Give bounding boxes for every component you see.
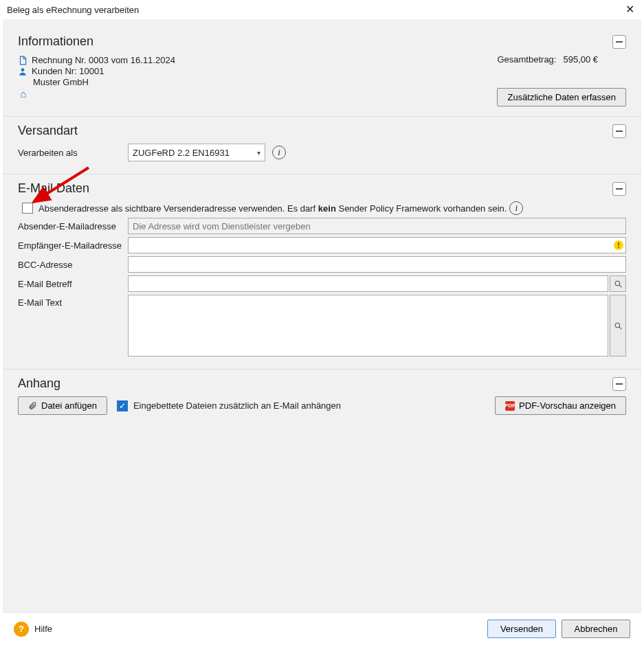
- section-versandart: Versandart Verarbeiten als ZUGFeRD 2.2 E…: [3, 116, 641, 174]
- svg-point-1: [615, 281, 620, 286]
- collapse-button-versandart[interactable]: [612, 124, 626, 138]
- body-lookup-button[interactable]: [610, 295, 626, 357]
- subject-lookup-button[interactable]: [610, 275, 626, 292]
- embed-files-checkbox[interactable]: [117, 400, 128, 411]
- customer-number: Kunden Nr: 10001: [32, 66, 104, 76]
- info-icon[interactable]: i: [509, 201, 523, 215]
- section-title-informationen: Informationen: [18, 34, 93, 49]
- sender-visible-label: Absenderadresse als sichtbare Versendera…: [38, 203, 507, 214]
- collapse-button-email[interactable]: [612, 182, 626, 196]
- pdf-icon: PDF: [505, 401, 515, 411]
- invoice-line: Rechnung Nr. 0003 vom 16.11.2024: [32, 55, 175, 65]
- process-as-label: Verarbeiten als: [18, 148, 128, 158]
- house-icon: [18, 88, 29, 100]
- bcc-input[interactable]: [128, 256, 626, 273]
- help-link[interactable]: ? Hilfe: [14, 622, 52, 637]
- subject-label: E-Mail Betreff: [18, 279, 128, 289]
- person-icon: [18, 67, 27, 76]
- help-icon: ?: [14, 622, 29, 637]
- magnifier-icon: [614, 280, 623, 288]
- format-select[interactable]: ZUGFeRD 2.2 EN16931 ▾: [128, 144, 265, 161]
- sender-email-label: Absender-E-Mailadresse: [18, 221, 128, 231]
- cancel-button[interactable]: Abbrechen: [562, 620, 630, 638]
- body-textarea[interactable]: [128, 295, 608, 357]
- section-informationen: Informationen Rechnung Nr. 0003 vom 16.1…: [3, 26, 641, 116]
- format-select-value: ZUGFeRD 2.2 EN16931: [133, 148, 230, 158]
- chevron-down-icon: ▾: [257, 149, 260, 157]
- total-value: 595,00 €: [563, 54, 598, 65]
- section-anhang: Anhang Datei anfügen Eingebettete Dateie…: [3, 369, 641, 425]
- section-email-daten: E-Mail Daten Absenderadresse als sichtba…: [3, 174, 641, 369]
- customer-name: Muster GmbH: [33, 77, 89, 87]
- section-title-anhang: Anhang: [18, 376, 60, 391]
- dialog-content: Informationen Rechnung Nr. 0003 vom 16.1…: [3, 19, 641, 612]
- total-label: Gesamtbetrag:: [497, 54, 556, 65]
- attach-file-button[interactable]: Datei anfügen: [18, 396, 107, 415]
- recipient-email-label: Empfänger-E-Mailadresse: [18, 240, 128, 251]
- paperclip-icon: [28, 401, 37, 410]
- section-title-versandart: Versandart: [18, 124, 78, 138]
- collapse-button-anhang[interactable]: [612, 377, 626, 391]
- svg-line-2: [619, 285, 621, 287]
- window-title: Beleg als eRechnung verarbeiten: [7, 5, 139, 15]
- document-icon: [18, 56, 27, 65]
- collapse-button-informationen[interactable]: [612, 35, 626, 49]
- dialog-footer: ? Hilfe Versenden Abbrechen: [3, 612, 641, 645]
- embed-files-label: Eingebettete Dateien zusätzlich an E-Mai…: [133, 400, 341, 411]
- bcc-label: BCC-Adresse: [18, 260, 128, 270]
- sender-visible-checkbox[interactable]: [22, 203, 33, 214]
- svg-point-0: [21, 68, 25, 71]
- sender-email-input: [128, 218, 626, 234]
- warning-icon: !: [614, 240, 623, 250]
- pdf-preview-button[interactable]: PDF PDF-Vorschau anzeigen: [495, 396, 626, 415]
- close-icon[interactable]: ✕: [623, 4, 637, 15]
- svg-point-3: [615, 323, 620, 328]
- title-bar: Beleg als eRechnung verarbeiten ✕: [0, 0, 644, 19]
- svg-line-4: [619, 327, 621, 329]
- subject-input[interactable]: [128, 275, 608, 292]
- recipient-email-input[interactable]: [128, 237, 626, 253]
- body-label: E-Mail Text: [18, 295, 128, 357]
- magnifier-icon: [614, 321, 623, 330]
- additional-data-button[interactable]: Zusätzliche Daten erfassen: [497, 88, 626, 106]
- section-title-email: E-Mail Daten: [18, 181, 89, 196]
- send-button[interactable]: Versenden: [487, 620, 556, 638]
- info-icon[interactable]: i: [272, 146, 286, 159]
